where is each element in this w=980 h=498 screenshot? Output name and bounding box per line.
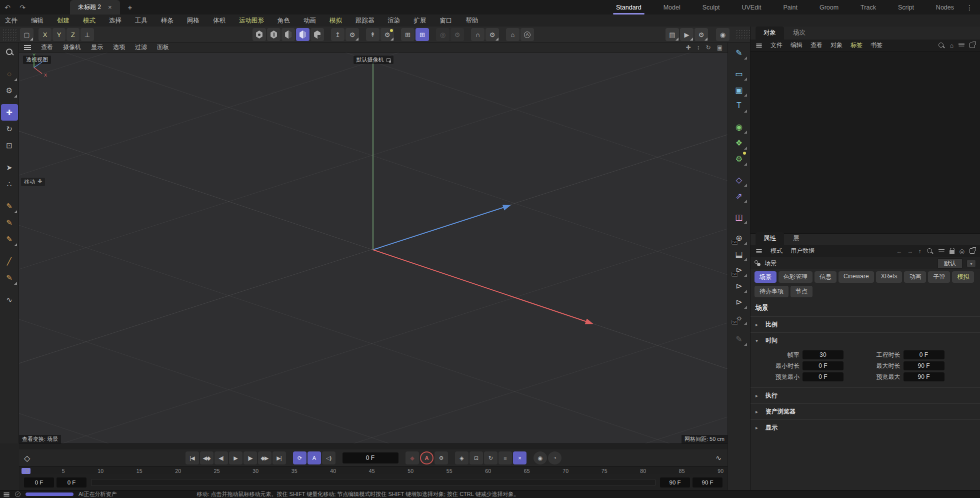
menu-extensions[interactable]: 扩展	[414, 17, 426, 25]
workspace-tab-uvedit[interactable]: UVEdit	[742, 4, 762, 11]
value-field[interactable]: 0 F	[802, 361, 844, 370]
attr-tab-animation[interactable]: 动画	[904, 271, 926, 283]
menu-mode[interactable]: 模式	[83, 17, 96, 25]
magnet-settings-button[interactable]: ⚙	[486, 28, 499, 41]
attr-tab-scene[interactable]: 场景	[754, 271, 776, 283]
timeline-chart-button[interactable]: ∿	[716, 454, 722, 462]
annotation-pen-tool[interactable]: ✎	[1, 269, 18, 286]
key-parameter-button[interactable]: ≡	[498, 451, 512, 464]
grid-toggle-button[interactable]: ⊞	[401, 28, 414, 41]
tab-takes[interactable]: 场次	[785, 27, 814, 40]
vp-menu-view[interactable]: 查看	[41, 43, 53, 52]
value-field[interactable]: 0 F	[802, 372, 844, 381]
render-settings-button[interactable]: ⚙	[694, 28, 708, 41]
quantize-settings-button[interactable]: ⚙	[450, 28, 464, 41]
workspace-tab-standard[interactable]: Standard	[616, 4, 642, 11]
zoom-region-tool[interactable]	[1, 44, 18, 60]
range-start2-field[interactable]: 0 F	[56, 477, 86, 487]
annotate-object-button[interactable]: ✎	[730, 331, 748, 347]
attr-tab-nodes[interactable]: 节点	[790, 286, 812, 297]
section-asset-browser[interactable]: ▸资产浏览器	[750, 403, 980, 419]
next-key-button[interactable]: ◆▶	[258, 451, 272, 464]
field-button[interactable]: ⇗	[730, 188, 748, 204]
camera-label[interactable]: 默认摄像机	[354, 56, 394, 64]
menu-character[interactable]: 角色	[278, 17, 290, 25]
undo-icon[interactable]: ↶	[0, 4, 15, 12]
om-menu-object[interactable]: 对象	[830, 41, 842, 50]
snap-settings-button[interactable]: ⚙	[380, 28, 394, 41]
points-mode-button[interactable]	[252, 28, 266, 41]
home-icon[interactable]: ⌂	[89, 2, 92, 9]
range-end-field[interactable]: 90 F	[660, 477, 690, 487]
camera-play2-button[interactable]: ⊳	[730, 294, 748, 310]
history-back-icon[interactable]: ←	[896, 248, 902, 255]
menu-render[interactable]: 渲染	[388, 17, 400, 25]
edges-mode-button[interactable]	[267, 28, 280, 41]
cloner-button[interactable]: ⚙	[730, 151, 748, 167]
quantize-toggle-button[interactable]: ◎	[436, 28, 450, 41]
tweak-select-tool[interactable]: ⚙	[1, 82, 18, 99]
spline-sketch-tool[interactable]: ✎	[1, 214, 18, 231]
attr-tab-todo[interactable]: 待办事项	[754, 286, 788, 297]
coordinate-system-button[interactable]: ⊥	[80, 28, 94, 41]
menu-help[interactable]: 帮助	[466, 17, 478, 25]
at-menu-icon[interactable]	[756, 249, 762, 253]
spline-primitive-button[interactable]: ▭	[730, 66, 748, 82]
primitive-cube-button[interactable]: ▣	[730, 82, 748, 98]
value-field[interactable]: 90 F	[904, 361, 944, 370]
menu-window[interactable]: 窗口	[440, 17, 452, 25]
current-frame-field[interactable]: 0 F	[342, 452, 398, 463]
keying-settings-button[interactable]: ⚙	[434, 451, 448, 464]
history-forward-icon[interactable]: →	[908, 248, 914, 255]
texture-mode-button[interactable]	[310, 28, 324, 41]
menu-select[interactable]: 选择	[109, 17, 122, 25]
sky-object-button[interactable]: ⊕ST	[730, 230, 748, 246]
section-execution[interactable]: ▸执行	[750, 387, 980, 403]
volume-builder-button[interactable]: ❖	[730, 135, 748, 151]
attr-tab-xrefs[interactable]: XRefs	[876, 271, 902, 283]
attr-tab-simulation[interactable]: 模拟	[952, 271, 974, 283]
text-spline-button[interactable]: T	[730, 98, 748, 114]
light-object-button[interactable]: ☼ST	[730, 310, 748, 326]
om-menu-tags[interactable]: 标签	[850, 41, 862, 50]
vp-menu-camera[interactable]: 摄像机	[63, 43, 81, 52]
renderer-sphere-button[interactable]: ◉	[716, 28, 730, 41]
grid-snap-button[interactable]: ⊞	[416, 28, 429, 41]
next-frame-button[interactable]: |▶	[244, 451, 257, 464]
key-scale-button[interactable]: ⊡	[470, 451, 483, 464]
prev-key-button[interactable]: ◀◆	[200, 451, 214, 464]
tab-objects[interactable]: 对象	[756, 27, 784, 40]
goto-start-button[interactable]: |◀	[186, 451, 199, 464]
value-field[interactable]: 0 F	[904, 350, 944, 359]
om-menu-view[interactable]: 查看	[810, 41, 822, 50]
stage-object-button[interactable]: ▤	[730, 246, 748, 262]
attr-tab-bullet[interactable]: 子弹	[928, 271, 950, 283]
range-start-field[interactable]: 0 F	[24, 477, 54, 487]
key-pla-button[interactable]: ×	[513, 451, 526, 464]
workspace-tab-track[interactable]: Track	[860, 4, 876, 11]
magnet-toggle-button[interactable]: ∩	[471, 28, 484, 41]
om-menu-edit[interactable]: 编辑	[790, 41, 802, 50]
range-slider-track[interactable]	[91, 479, 656, 486]
preset-dropdown[interactable]: 默认	[938, 258, 962, 269]
new-tab-button[interactable]: +	[128, 3, 132, 12]
at-search-icon[interactable]	[926, 248, 934, 255]
menu-tracker[interactable]: 跟踪器	[356, 17, 374, 25]
measure-tool[interactable]: ╱	[1, 253, 18, 269]
pan-view-button[interactable]: ✚	[686, 44, 691, 51]
vp-menu-panel[interactable]: 面板	[157, 43, 169, 52]
om-menu-file[interactable]: 文件	[770, 41, 782, 50]
vp-menu-filter[interactable]: 过滤	[135, 43, 147, 52]
make-editable-button[interactable]: ▢	[20, 28, 34, 41]
workspace-tab-nodes[interactable]: Nodes	[936, 4, 954, 11]
rotate-tool[interactable]: ↻	[1, 121, 18, 137]
menu-animate[interactable]: 动画	[304, 17, 316, 25]
attr-tab-cineware[interactable]: Cineware	[838, 271, 874, 283]
value-field[interactable]: 30	[802, 350, 844, 359]
viewport-canvas[interactable]: 透视视图 默认摄像机 移动 ✚ Y Z X 查看变换: 场景 网格间距: 50 …	[19, 53, 728, 443]
menu-tools[interactable]: 工具	[135, 17, 148, 25]
value-field[interactable]: 90 F	[904, 372, 944, 381]
section-display[interactable]: ▸显示	[750, 419, 980, 435]
menu-create[interactable]: 创建	[57, 17, 70, 25]
autokey-button[interactable]: A	[420, 451, 434, 464]
